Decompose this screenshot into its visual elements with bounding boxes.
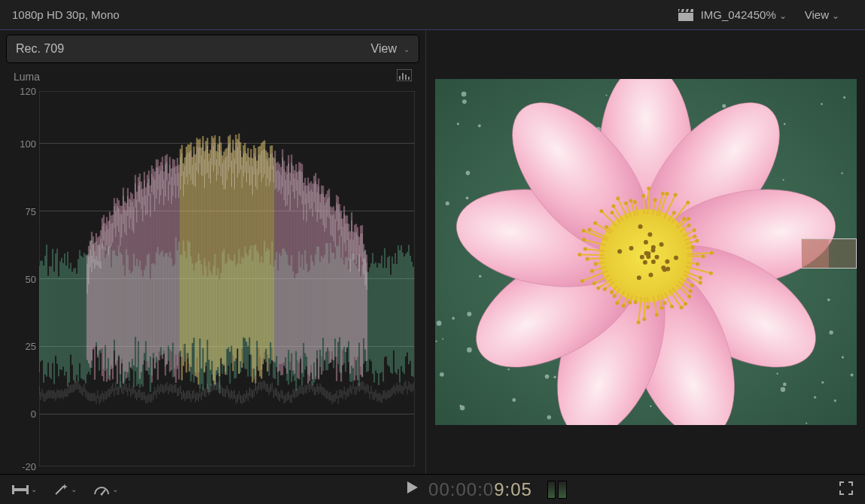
svg-line-1142 [687,253,711,254]
svg-point-1131 [687,217,690,220]
svg-point-923 [465,171,470,175]
viewer-canvas-area [426,30,865,474]
svg-point-926 [827,299,830,302]
enhance-wand-dropdown[interactable]: ⌄ [53,483,77,496]
viewer-bottom-toolbar: ⌄ ⌄ ⌄ 00:00:09:05 [0,474,865,504]
svg-point-1149 [674,256,678,260]
timecode-display[interactable]: 00:00:09:05 [428,479,532,500]
svg-point-1059 [633,300,637,304]
svg-point-983 [833,399,836,402]
svg-point-913 [553,375,556,378]
svg-point-1119 [660,192,664,196]
svg-point-896 [445,202,449,205]
svg-point-964 [478,275,480,277]
svg-point-1075 [592,281,595,285]
svg-point-1010 [452,317,455,320]
svg-point-1085 [577,253,581,257]
viewer-canvas[interactable] [435,79,857,425]
svg-point-1037 [688,290,692,293]
svg-point-1041 [683,302,687,305]
clapperboard-icon [678,9,693,21]
svg-point-1111 [632,200,636,204]
fullscreen-button[interactable] [839,481,853,498]
svg-point-1135 [692,229,696,232]
svg-point-1139 [695,239,699,243]
svg-point-991 [459,405,461,407]
play-button[interactable] [407,481,418,497]
svg-point-1107 [624,202,628,205]
svg-point-959 [605,95,607,96]
svg-point-963 [512,398,516,402]
scopes-header: Rec. 709 View⌄ [6,35,419,63]
svg-point-950 [821,381,824,384]
svg-point-965 [477,124,480,127]
svg-point-1071 [602,287,606,291]
svg-point-1093 [587,228,591,232]
svg-point-1035 [690,284,693,287]
svg-point-924 [461,92,466,97]
svg-point-1161 [650,260,655,264]
svg-point-915 [650,405,651,407]
video-scopes-panel: Rec. 709 View⌄ Luma 120 100 75 50 25 0 -… [0,30,426,474]
svg-point-960 [806,423,807,424]
svg-point-1158 [643,240,647,244]
svg-point-1025 [701,254,705,258]
svg-point-1047 [662,302,666,305]
svg-point-1156 [642,260,647,265]
svg-point-1012 [442,338,443,339]
svg-point-1033 [698,281,702,284]
svg-point-897 [456,123,458,125]
luma-waveform-scope [39,91,415,466]
svg-point-1099 [599,209,603,213]
viewer-view-dropdown[interactable]: View⌄ [805,8,853,21]
histogram-icon[interactable] [397,69,412,83]
chevron-down-icon: ⌄ [832,11,839,21]
svg-point-1081 [593,262,597,266]
svg-point-929 [435,341,437,342]
svg-point-1051 [654,313,658,317]
svg-point-1091 [581,229,585,232]
retime-speed-dropdown[interactable]: ⌄ [93,484,118,496]
svg-line-1084 [579,254,604,255]
svg-point-1063 [621,304,625,308]
svg-point-1079 [589,269,593,273]
scopes-view-dropdown[interactable]: View⌄ [371,42,410,56]
svg-point-1152 [659,242,663,247]
color-space-label: Rec. 709 [16,42,64,56]
svg-point-1117 [653,198,656,202]
viewer-top-bar: 1080p HD 30p, Mono IMG_0424 50%⌄ View⌄ [0,0,865,30]
svg-point-1029 [708,272,712,275]
svg-point-895 [841,356,843,358]
svg-point-1087 [583,247,586,250]
svg-point-925 [547,415,550,419]
svg-point-1125 [672,211,675,214]
svg-point-1141 [690,245,694,249]
svg-rect-6 [399,76,401,80]
svg-point-994 [783,123,785,126]
svg-point-1159 [629,246,633,250]
svg-rect-0 [678,13,693,21]
svg-point-1127 [686,201,690,205]
svg-point-1165 [638,224,642,229]
svg-point-1053 [646,305,650,309]
svg-point-1057 [636,320,640,324]
scope-type-label: Luma [14,71,40,83]
svg-point-918 [467,312,471,317]
audio-meter [547,481,567,499]
svg-point-1073 [596,287,600,290]
svg-point-1151 [654,255,659,260]
svg-point-975 [467,348,472,353]
chevron-down-icon: ⌄ [404,45,410,53]
svg-point-989 [776,373,778,375]
svg-point-1113 [641,194,645,198]
zoom-level-dropdown[interactable]: 50%⌄ [754,8,800,21]
svg-point-1133 [687,223,690,227]
svg-point-908 [544,375,549,379]
svg-point-1146 [636,275,641,280]
svg-point-1061 [628,301,632,305]
svg-point-944 [782,179,784,181]
svg-point-1069 [609,290,613,294]
trim-tool-dropdown[interactable]: ⌄ [12,484,37,496]
svg-line-1082 [587,258,605,259]
svg-point-1055 [642,317,646,321]
